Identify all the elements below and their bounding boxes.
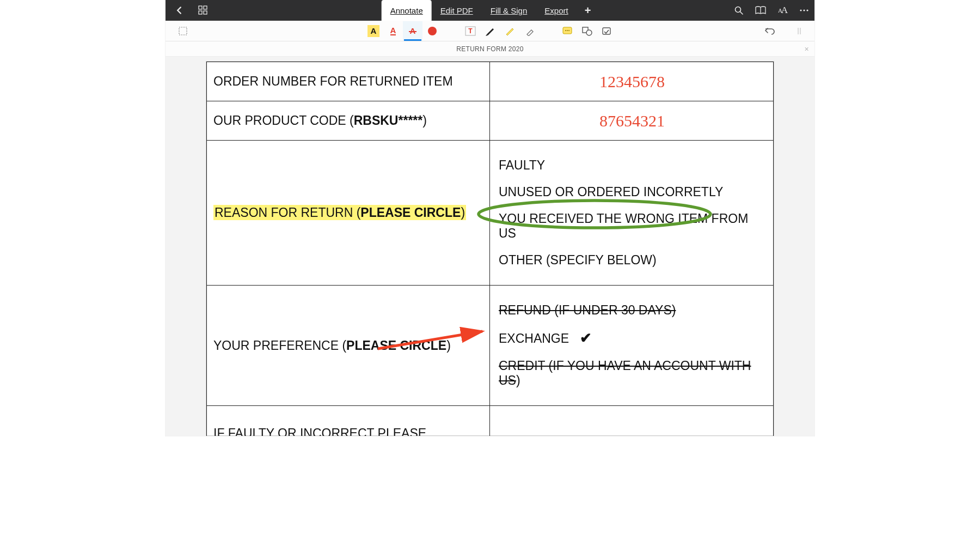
undo-icon[interactable] [760,21,780,41]
svg-line-5 [740,12,743,15]
pref-option-refund[interactable]: REFUND (IF UNDER 30 DAYS) [499,303,768,318]
book-view-icon[interactable] [755,4,767,16]
highlighter-pen-tool[interactable] [500,21,519,41]
stamp-tool[interactable] [597,21,616,41]
svg-point-8 [803,9,805,11]
shape-tool[interactable] [577,21,597,41]
reason-option-other: OTHER (SPECIFY BELOW) [499,253,768,268]
close-document-icon[interactable]: × [805,45,809,53]
order-number-value-cell: 12345678 [490,62,774,101]
tab-edit-pdf[interactable]: Edit PDF [432,0,482,21]
checkmark-annotation[interactable]: ✔ [580,330,592,346]
back-icon[interactable] [173,4,185,16]
text-markup-tools: A A A [364,21,442,41]
details-label: IF FAULTY OR INCORRECT PLEASE PROVIDE DE… [207,406,490,436]
redo-icon[interactable] [789,21,809,41]
selection-tool-icon[interactable] [173,21,193,41]
reason-option-unused: UNUSED OR ORDERED INCORRETLY [499,185,768,199]
preference-label: YOUR PREFERENCE (PLEASE CIRCLE) [207,286,490,406]
svg-point-22 [479,201,710,228]
arrow-annotation[interactable] [373,324,493,353]
product-code-value-cell: 87654321 [490,101,774,141]
plus-icon: + [585,4,591,17]
reason-options-cell: FAULTY UNUSED OR ORDERED INCORRETLY YOU … [490,141,774,286]
svg-point-7 [800,9,801,11]
tab-annotate[interactable]: Annotate [382,0,432,21]
return-form-table: ORDER NUMBER FOR RETURNED ITEM 12345678 … [206,62,774,436]
pref-option-exchange: EXCHANGE ✔ [499,330,768,347]
svg-line-23 [378,331,482,349]
svg-point-9 [806,9,808,11]
document-title: RETURN FORM 2020 [456,45,524,53]
highlight-tool[interactable]: A [364,21,383,41]
svg-rect-19 [603,28,610,34]
product-code-value[interactable]: 87654321 [599,112,665,130]
tab-export[interactable]: Export [536,0,577,21]
reason-label: REASON FOR RETURN (PLEASE CIRCLE) [207,141,490,286]
product-code-label: OUR PRODUCT CODE (RBSKU*****) [207,101,490,141]
svg-point-16 [568,30,569,31]
tab-fill-sign-label: Fill & Sign [491,6,528,15]
pref-option-credit[interactable]: CREDIT (IF YOU HAVE AN ACCOUNT WITH US) [499,359,768,388]
tab-edit-pdf-label: Edit PDF [440,6,473,15]
app-window: Annotate Edit PDF Fill & Sign Export + A… [166,0,814,436]
tab-fill-sign[interactable]: Fill & Sign [482,0,536,21]
highlight-annotation[interactable]: REASON FOR RETURN (PLEASE CIRCLE) [213,205,466,220]
strikethrough-tool[interactable]: A [403,21,422,41]
pdf-page[interactable]: ORDER NUMBER FOR RETURNED ITEM 12345678 … [206,61,774,436]
underline-tool[interactable]: A [383,21,403,41]
mode-tabs: Annotate Edit PDF Fill & Sign Export + [382,0,599,21]
svg-rect-2 [199,11,202,14]
note-tool[interactable] [558,21,577,41]
svg-rect-0 [199,6,202,9]
order-number-label: ORDER NUMBER FOR RETURNED ITEM [207,62,490,101]
svg-point-15 [567,30,568,31]
tab-annotate-label: Annotate [390,6,423,15]
thumbnails-icon[interactable] [197,4,209,16]
color-dot-tool[interactable] [422,21,442,41]
svg-rect-3 [204,11,207,14]
svg-point-14 [565,30,566,31]
pen-tool[interactable] [480,21,500,41]
text-box-tool[interactable]: T [461,21,480,41]
tab-add[interactable]: + [577,0,599,21]
order-number-value[interactable]: 12345678 [599,72,665,90]
svg-point-18 [586,30,592,35]
details-value-cell [490,406,774,436]
document-tab-bar: RETURN FORM 2020 × [166,41,814,57]
preference-options-cell: REFUND (IF UNDER 30 DAYS) EXCHANGE ✔ CRE… [490,286,774,406]
svg-rect-10 [179,27,187,35]
circle-annotation[interactable] [475,198,714,230]
search-icon[interactable] [733,4,745,16]
more-icon[interactable] [798,4,810,16]
annotation-toolbar: A A A T [166,21,814,41]
svg-rect-1 [204,6,207,9]
top-toolbar: Annotate Edit PDF Fill & Sign Export + A… [166,0,814,21]
document-area[interactable]: ORDER NUMBER FOR RETURNED ITEM 12345678 … [166,57,814,436]
reason-option-faulty: FAULTY [499,158,768,173]
eraser-tool[interactable] [519,21,539,41]
svg-text:T: T [468,27,473,35]
text-size-icon[interactable]: AA [776,4,788,16]
tab-export-label: Export [544,6,568,15]
